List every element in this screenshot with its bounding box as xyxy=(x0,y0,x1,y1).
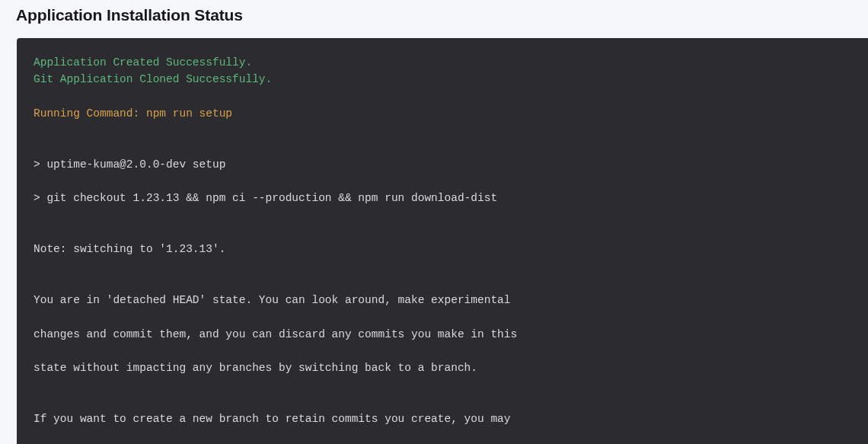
terminal-line xyxy=(34,258,851,275)
terminal-line xyxy=(34,122,851,139)
page-title: Application Installation Status xyxy=(0,0,868,38)
terminal-line: You are in 'detached HEAD' state. You ca… xyxy=(34,294,511,306)
terminal-line xyxy=(34,207,851,224)
terminal-line: Git Application Cloned Successfully. xyxy=(34,73,272,85)
terminal-line: Running Command: npm run setup xyxy=(34,107,232,120)
terminal-line: > uptime-kuma@2.0.0-dev setup xyxy=(34,158,225,171)
terminal-line xyxy=(34,343,851,359)
terminal-line: If you want to create a new branch to re… xyxy=(34,413,511,425)
terminal-line: changes and commit them, and you can dis… xyxy=(34,328,517,340)
terminal-line xyxy=(34,139,851,155)
terminal-line xyxy=(34,308,851,325)
terminal-line xyxy=(34,88,851,105)
terminal-line xyxy=(34,275,851,292)
terminal-line xyxy=(34,428,851,444)
terminal-line xyxy=(34,377,851,394)
terminal-line xyxy=(34,224,851,241)
terminal-output[interactable]: Application Created Successfully. Git Ap… xyxy=(17,38,868,444)
terminal-line: Application Created Successfully. xyxy=(34,56,252,69)
terminal-line: > git checkout 1.23.13 && npm ci --produ… xyxy=(34,192,497,204)
terminal-line: state without impacting any branches by … xyxy=(34,362,477,374)
terminal-line: Note: switching to '1.23.13'. xyxy=(34,243,225,255)
terminal-line xyxy=(34,173,851,190)
terminal-line xyxy=(34,394,851,410)
